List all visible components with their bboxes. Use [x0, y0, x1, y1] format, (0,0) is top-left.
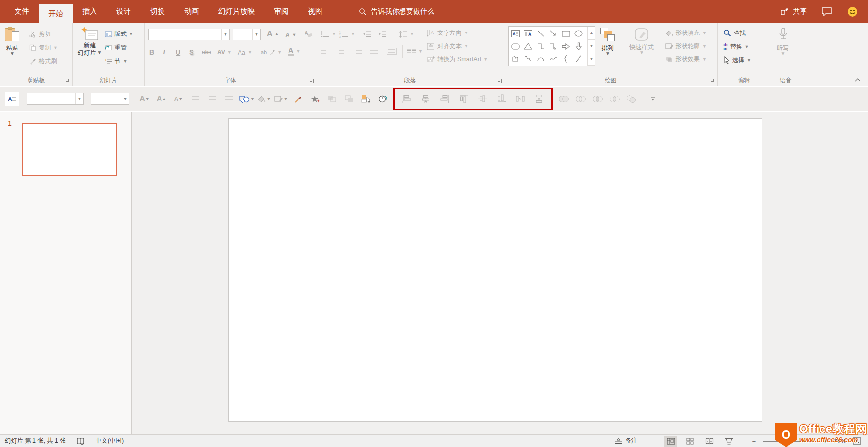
toolbar-bring-forward-button[interactable] — [325, 92, 339, 106]
shape-freeform[interactable] — [509, 52, 522, 65]
align-objects-top-button[interactable] — [456, 92, 471, 106]
align-text-button[interactable]: 对齐文本 ▼ — [427, 41, 468, 51]
shape-elbow-arrow-connector[interactable] — [547, 40, 560, 52]
bullets-button[interactable]: ▼ — [321, 29, 336, 39]
toolbar-align-right-button[interactable] — [222, 92, 237, 106]
merge-fragment-button[interactable] — [591, 92, 605, 106]
smiley-feedback-button[interactable] — [847, 6, 858, 17]
tab-review[interactable]: 审阅 — [264, 0, 298, 23]
grow-font-button[interactable]: A▲ — [267, 29, 279, 39]
decrease-indent-button[interactable] — [363, 29, 371, 39]
text-direction-button[interactable]: A 文字方向 ▼ — [427, 28, 468, 38]
increase-indent-button[interactable] — [378, 29, 387, 39]
line-spacing-button[interactable]: ▼ — [399, 29, 414, 39]
find-button[interactable]: 查找 — [723, 28, 746, 38]
shape-rounded-rectangle[interactable] — [509, 40, 522, 52]
slide-sorter-view-button[interactable] — [684, 436, 696, 447]
cut-button[interactable]: 剪切 — [29, 29, 51, 39]
tab-slideshow[interactable]: 幻灯片放映 — [209, 0, 264, 23]
shape-rectangle[interactable] — [560, 27, 572, 40]
highlight-color-button[interactable]: ab ▼ — [261, 47, 282, 58]
shape-elbow-connector[interactable] — [534, 40, 547, 52]
clipboard-dialog-launcher[interactable] — [66, 79, 70, 83]
slideshow-view-button[interactable] — [723, 436, 735, 447]
font-size-dropdown-icon[interactable]: ▼ — [252, 29, 260, 40]
paste-button[interactable]: 粘贴 ▼ — [5, 27, 19, 56]
font-size-combo[interactable]: ▼ — [233, 29, 261, 40]
shrink-font-button[interactable]: A▼ — [285, 30, 296, 40]
tab-design[interactable]: 设计 — [107, 0, 141, 23]
zoom-out-button[interactable]: − — [752, 437, 756, 445]
character-spacing-button[interactable]: AV▼ — [217, 47, 232, 58]
shape-left-brace[interactable] — [560, 52, 572, 65]
toolbar-shrink-font-button[interactable]: A▼ — [171, 92, 186, 106]
shape-line-arrow[interactable] — [547, 27, 560, 40]
tab-file[interactable]: 文件 — [5, 0, 39, 23]
italic-button[interactable]: I — [163, 47, 165, 58]
toolbar-shapes-button[interactable]: ▼ — [239, 92, 255, 106]
toolbar-effects-star-button[interactable] — [308, 92, 322, 106]
align-right-button[interactable] — [354, 46, 362, 57]
toolbar-more-options-button[interactable] — [645, 92, 660, 106]
tab-home[interactable]: 开始 — [39, 4, 73, 23]
comments-button[interactable] — [821, 7, 832, 16]
font-name-combo[interactable]: ▼ — [148, 29, 230, 40]
convert-smartart-button[interactable]: 转换为 SmartArt ▼ — [427, 54, 488, 65]
align-objects-left-button[interactable] — [400, 92, 414, 106]
tell-me-search[interactable]: 告诉我你想要做什么 — [359, 0, 434, 23]
columns-button[interactable]: ▼ — [407, 46, 423, 57]
normal-view-button[interactable] — [664, 436, 677, 447]
text-shadow-button[interactable]: S — [189, 47, 193, 58]
slide-editing-area[interactable] — [228, 118, 762, 422]
shape-fill-button[interactable]: 形状填充 ▼ — [665, 28, 707, 38]
replace-button[interactable]: ab ac 替换 ▼ — [723, 41, 749, 52]
numbering-button[interactable]: 123 ▼ — [339, 29, 355, 39]
distribute-vertically-button[interactable] — [532, 92, 547, 106]
textbox-tool-button[interactable]: A — [5, 92, 19, 106]
shape-oval[interactable] — [572, 27, 585, 40]
shape-text-box[interactable]: A — [509, 27, 522, 40]
toolbar-send-backward-button[interactable] — [342, 92, 356, 106]
shape-outline-button[interactable]: 形状轮廓 ▼ — [665, 41, 707, 51]
new-slide-button[interactable]: 新建 幻灯片 ▼ — [78, 27, 102, 57]
toolbar-font-name-combo[interactable]: ▼ — [27, 93, 84, 105]
dictate-button[interactable]: 听写 ▼ — [777, 28, 789, 56]
reading-view-button[interactable] — [703, 436, 716, 447]
layout-button[interactable]: 版式 ▼ — [105, 29, 133, 39]
shape-scribble[interactable] — [522, 52, 534, 65]
merge-subtract-button[interactable] — [625, 92, 639, 106]
toolbar-font-size-combo[interactable]: ▼ — [91, 93, 129, 105]
bold-button[interactable]: B — [149, 47, 154, 58]
align-objects-middle-button[interactable] — [475, 92, 490, 106]
font-dialog-launcher[interactable] — [309, 79, 314, 83]
shape-triangle[interactable] — [522, 40, 534, 52]
distributed-button[interactable] — [387, 46, 397, 57]
shapes-gallery-more[interactable]: ▼ — [588, 52, 595, 66]
toolbar-animation-timing-button[interactable] — [376, 92, 390, 106]
font-color-button[interactable]: A ▼ — [288, 46, 300, 57]
toolbar-align-center-button[interactable] — [205, 92, 220, 106]
align-objects-right-button[interactable] — [437, 92, 452, 106]
toolbar-shape-outline-button[interactable]: ▼ — [274, 92, 289, 106]
shape-line[interactable] — [534, 27, 547, 40]
share-button[interactable]: 共享 — [780, 7, 807, 16]
tab-animations[interactable]: 动画 — [175, 0, 209, 23]
reset-button[interactable]: 重置 — [105, 42, 127, 53]
spell-check-button[interactable] — [77, 437, 85, 445]
shape-effects-button[interactable]: 形状效果 ▼ — [665, 54, 707, 65]
align-center-button[interactable] — [338, 46, 346, 57]
clear-formatting-button[interactable]: A — [305, 29, 313, 39]
align-left-button[interactable] — [321, 46, 329, 57]
toolbar-format-painter-button[interactable] — [291, 92, 305, 106]
tab-transitions[interactable]: 切换 — [141, 0, 175, 23]
tab-view[interactable]: 视图 — [298, 0, 332, 23]
merge-union-button[interactable] — [557, 92, 571, 106]
toolbar-shape-fill-button[interactable]: ▼ — [257, 92, 272, 106]
toolbar-font-color-button[interactable]: A▼ — [137, 92, 152, 106]
justify-button[interactable] — [370, 46, 379, 57]
paragraph-dialog-launcher[interactable] — [498, 79, 502, 83]
slide-thumbnail-1[interactable] — [22, 123, 117, 176]
collapse-ribbon-button[interactable] — [854, 78, 861, 82]
shape-line-2[interactable] — [572, 52, 585, 65]
shape-vertical-text-box[interactable]: A — [522, 27, 534, 40]
